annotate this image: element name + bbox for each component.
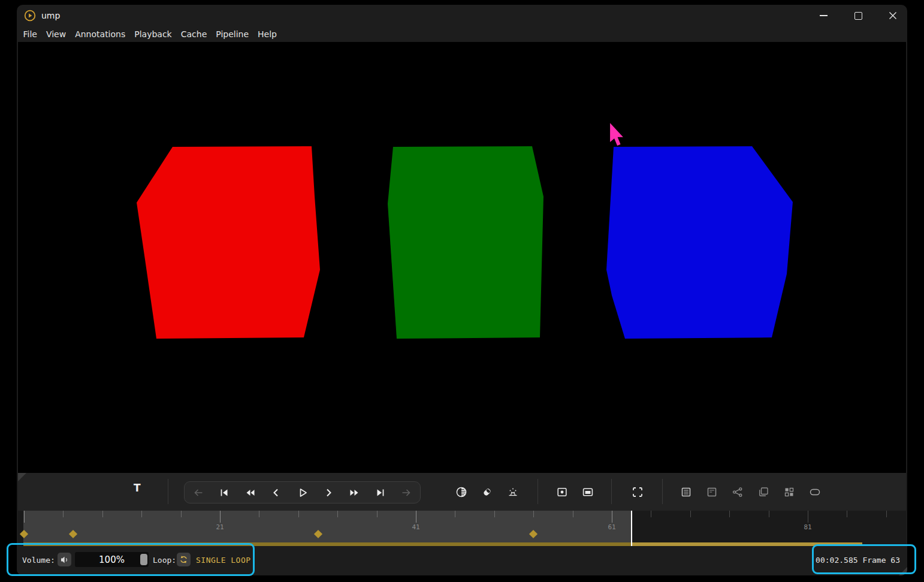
playhead[interactable] [631,511,633,546]
resize-grip-icon [18,473,26,481]
transport-controls [184,481,421,503]
metadata-icon [706,486,718,498]
capsule-icon [809,486,821,498]
timeline-tick [612,511,612,523]
fast-forward-button[interactable] [344,483,364,503]
timeline-tick [808,511,808,523]
prev-marker-button[interactable] [188,483,209,503]
text-tool-button[interactable]: T [134,482,141,494]
fullscreen-group [627,482,648,502]
fullscreen-icon [632,486,644,498]
display-button[interactable] [578,482,598,502]
saturation-icon [481,486,493,498]
highlight-box-volume-loop [7,543,255,576]
fast-forward-icon [348,487,360,499]
play-circle-icon [24,10,36,22]
next-marker-button[interactable] [396,483,416,503]
window-title: ump [41,11,60,20]
timeline-tick [573,511,573,517]
red-cube [137,146,320,339]
menu-item-playback[interactable]: Playback [130,29,176,39]
timeline-frame-label: 81 [804,523,811,531]
timeline-tick [847,511,847,517]
maximize-icon [854,12,862,20]
menu-item-help[interactable]: Help [253,29,282,39]
duplicate-button[interactable] [753,482,774,502]
timeline-tick [690,511,691,517]
timeline-tick [377,511,378,517]
timeline-tick [298,511,299,517]
timeline-tick [729,511,730,517]
tile-layout-icon [783,486,795,498]
menu-bar: FileViewAnnotationsPlaybackCachePipeline… [19,26,281,42]
prev-marker-icon [192,487,204,499]
video-viewport[interactable] [18,42,906,473]
next-marker-icon [400,487,412,499]
timeline-tick [651,511,651,517]
rewind-button[interactable] [240,483,261,503]
metadata-button[interactable] [702,482,722,502]
minimize-icon [820,15,828,16]
display-icon [582,486,594,498]
highlight-box-timecode [812,544,916,574]
minimize-button[interactable] [810,5,837,26]
cursor-icon [609,123,624,148]
timeline-track-played [23,511,632,542]
playlist-icon [680,486,692,498]
blue-cube [606,146,793,339]
capture-frame-icon [556,486,568,498]
skip-to-end-button[interactable] [370,483,391,503]
capture-group [552,482,598,502]
grain-button[interactable] [503,482,523,502]
timeline-tick [337,511,338,517]
timeline-tick [416,511,416,523]
menu-item-cache[interactable]: Cache [176,29,212,39]
timeline-frame-label: 21 [216,523,224,531]
tile-layout-button[interactable] [779,482,799,502]
viewport-svg [18,42,906,473]
skip-to-start-button[interactable] [214,483,234,503]
toolbar-divider [538,479,538,504]
menu-item-file[interactable]: File [19,29,41,39]
close-button[interactable] [880,5,906,26]
timeline[interactable]: 21416181 [18,511,906,546]
pipeline-graph-icon [732,486,744,498]
timeline-tick [259,511,259,517]
timeline-tick [102,511,103,517]
play-button[interactable] [292,483,313,503]
timeline-tick [24,511,25,523]
maximize-button[interactable] [845,5,871,26]
image-adjust-group [451,482,523,502]
grain-icon [507,486,519,498]
toolbar-divider [611,479,612,504]
playback-toolbar: T [18,473,906,511]
menu-item-view[interactable]: View [41,29,70,39]
rewind-icon [244,487,256,499]
playlist-button[interactable] [676,482,696,502]
window-controls [810,5,906,26]
timeline-tick [63,511,64,517]
timeline-tick [220,511,221,523]
step-forward-button[interactable] [318,483,339,503]
close-icon [889,11,897,20]
menu-item-pipeline[interactable]: Pipeline [212,29,253,39]
timeline-tick [141,511,142,517]
title-bar: ump [17,5,907,26]
play-icon [297,487,309,499]
fullscreen-button[interactable] [627,482,648,502]
menu-item-annotations[interactable]: Annotations [71,29,130,39]
timeline-tick [533,511,534,517]
timeline-frame-label: 61 [608,523,615,531]
saturation-button[interactable] [477,482,497,502]
capsule-button[interactable] [805,482,825,502]
timeline-frame-label: 41 [412,523,419,531]
step-back-button[interactable] [266,483,286,503]
capture-frame-button[interactable] [552,482,572,502]
timeline-tick [769,511,769,517]
contrast-button[interactable] [451,482,472,502]
pipeline-graph-button[interactable] [727,482,748,502]
app-window: ump FileViewAnnotationsPlaybackCachePipe… [17,5,907,575]
timeline-tick [494,511,495,517]
step-back-icon [270,487,282,499]
contrast-icon [455,486,467,498]
